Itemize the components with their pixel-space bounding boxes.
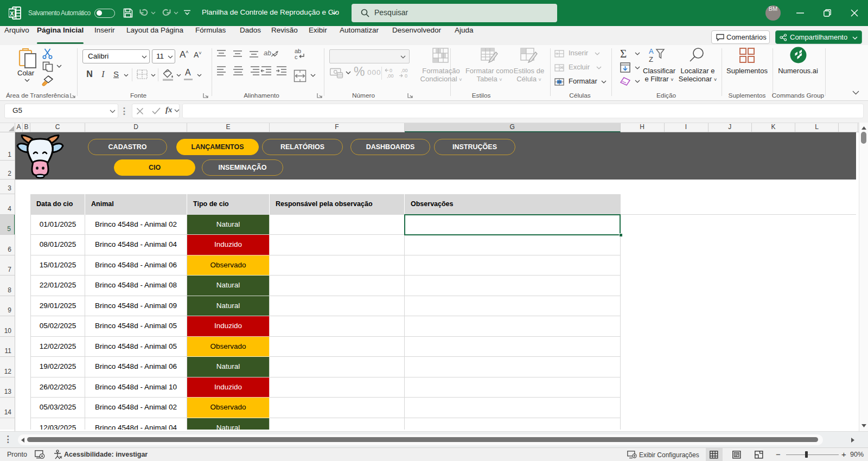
svg-text:0: 0 — [390, 68, 392, 73]
svg-text:c: c — [295, 54, 298, 60]
svg-text:,00: ,00 — [401, 68, 408, 73]
svg-text:A: A — [649, 47, 654, 55]
svg-text:Z: Z — [649, 55, 653, 63]
svg-text:0: 0 — [405, 73, 407, 79]
svg-text:ab: ab — [264, 50, 271, 57]
svg-text:,00: ,00 — [387, 73, 394, 79]
svg-text:X: X — [10, 10, 14, 17]
